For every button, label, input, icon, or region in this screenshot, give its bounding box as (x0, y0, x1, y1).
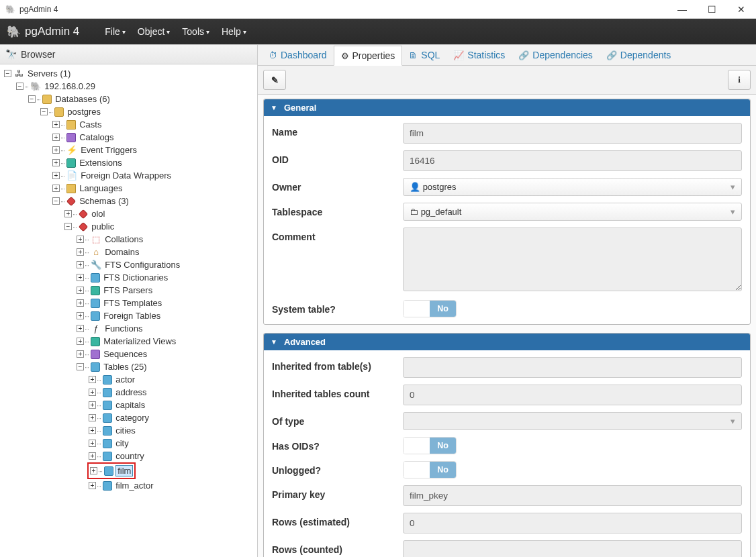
toggle-system-table[interactable]: No (403, 300, 457, 317)
expand-icon[interactable]: + (77, 338, 84, 345)
tab-sql[interactable]: 🗎SQL (402, 46, 446, 64)
tree-sequences[interactable]: +···Sequences (75, 348, 257, 360)
toggle-unlogged[interactable]: No (403, 461, 457, 478)
tree-fts-config[interactable]: +···🔧FTS Configurations (75, 258, 257, 271)
tree-table-city[interactable]: +···city (87, 437, 257, 450)
tree-fts-parsers[interactable]: +···FTS Parsers (75, 284, 257, 297)
field-of-type[interactable]: ▾ (403, 412, 742, 430)
window-maximize-button[interactable]: ☐ (702, 4, 721, 15)
expand-icon[interactable]: + (77, 350, 84, 358)
properties-icon: ⚙ (341, 51, 349, 61)
expand-icon[interactable]: + (89, 482, 96, 489)
expand-icon[interactable]: + (77, 274, 84, 281)
expand-icon[interactable]: + (52, 134, 60, 141)
collapse-icon[interactable]: − (4, 70, 11, 77)
expand-icon[interactable]: + (89, 427, 96, 434)
tree-languages[interactable]: +···Languages (51, 182, 257, 195)
collapse-icon[interactable]: − (16, 83, 23, 90)
field-tablespace[interactable]: 🗀 pg_default▾ (403, 203, 742, 221)
tree-databases[interactable]: −···Databases (6) (27, 93, 257, 105)
tree-table-category[interactable]: +···category (87, 411, 257, 424)
tree-table-film[interactable]: +···film (89, 464, 134, 478)
menu-object[interactable]: Object▾ (138, 26, 170, 37)
tree-event-triggers[interactable]: +···⚡Event Triggers (51, 144, 257, 156)
collapse-icon[interactable]: − (40, 108, 48, 115)
tree-fdw[interactable]: +···📄Foreign Data Wrappers (51, 169, 257, 182)
tree-schemas[interactable]: −···Schemas (3) (51, 195, 257, 207)
expand-icon[interactable]: + (52, 185, 60, 192)
expand-icon[interactable]: + (77, 261, 84, 268)
expand-icon[interactable]: + (52, 159, 60, 166)
expand-icon[interactable]: + (77, 248, 84, 256)
expand-icon[interactable]: + (52, 121, 60, 128)
tree-schema-public[interactable]: −···public (63, 220, 257, 233)
tree-casts[interactable]: +···Casts (51, 118, 257, 131)
tree-collations[interactable]: +···⬚Collations (75, 233, 257, 246)
tree-domains[interactable]: +···⌂Domains (75, 246, 257, 258)
panel-advanced-header[interactable]: Advanced (264, 334, 750, 350)
domains-icon: ⌂ (91, 247, 101, 257)
brand-icon: 🐘 (7, 25, 21, 39)
tree-schema-olol[interactable]: +···olol (63, 207, 257, 220)
collapse-icon[interactable]: − (64, 223, 72, 230)
tree-server[interactable]: −···🐘192.168.0.29 (15, 80, 257, 93)
expand-icon[interactable]: + (77, 236, 84, 243)
tree-table-country[interactable]: +···country (87, 450, 257, 462)
tree-table-address[interactable]: +···address (87, 386, 257, 399)
tree-table-actor[interactable]: +···actor (87, 373, 257, 386)
tree-fts-templates[interactable]: +···FTS Templates (75, 297, 257, 309)
tree-functions[interactable]: +···ƒFunctions (75, 322, 257, 335)
expand-icon[interactable]: + (89, 401, 96, 409)
brand: 🐘 pgAdmin 4 (7, 25, 79, 39)
expand-icon[interactable]: + (89, 452, 96, 460)
toggle-has-oids[interactable]: No (403, 437, 457, 454)
tree-extensions[interactable]: +···Extensions (51, 156, 257, 169)
info-icon: i (738, 74, 741, 85)
expand-icon[interactable]: + (89, 414, 96, 421)
tree-catalogs[interactable]: +···Catalogs (51, 131, 257, 144)
expand-icon[interactable]: + (64, 210, 72, 217)
tab-dependents[interactable]: 🔗Dependents (600, 46, 678, 64)
expand-icon[interactable]: + (52, 172, 60, 179)
expand-icon[interactable]: + (89, 389, 96, 396)
tab-properties[interactable]: ⚙Properties (334, 46, 403, 66)
expand-icon[interactable]: + (77, 325, 84, 332)
expand-icon[interactable]: + (77, 312, 84, 319)
binoculars-icon: 🔭 (5, 49, 17, 60)
expand-icon[interactable]: + (90, 467, 97, 474)
collapse-icon[interactable]: − (52, 197, 60, 205)
window-minimize-button[interactable]: — (673, 4, 692, 15)
panel-general-header[interactable]: General (264, 99, 750, 116)
menu-file[interactable]: File▾ (105, 26, 126, 37)
tab-statistics[interactable]: 📈Statistics (446, 46, 512, 64)
tree-mviews[interactable]: +···Materialized Views (75, 335, 257, 348)
field-comment[interactable] (403, 227, 742, 291)
tree-foreign-tables[interactable]: +···Foreign Tables (75, 309, 257, 322)
tab-dependencies[interactable]: 🔗Dependencies (512, 46, 600, 64)
label-of-type: Of type (272, 412, 403, 427)
field-name: film (403, 123, 742, 144)
tree-servers[interactable]: −🖧Servers (1) (3, 67, 257, 80)
tree-table-capitals[interactable]: +···capitals (87, 399, 257, 411)
menu-help[interactable]: Help▾ (222, 26, 246, 37)
fts-templates-icon (91, 299, 100, 308)
tree-tables[interactable]: −···Tables (25) (75, 360, 257, 373)
tab-dashboard[interactable]: ⏱Dashboard (262, 46, 334, 64)
info-button[interactable]: i (728, 70, 751, 90)
edit-button[interactable]: ✎ (263, 70, 286, 90)
field-pkey: film_pkey (403, 485, 742, 506)
field-owner[interactable]: 👤 postgres▾ (403, 178, 742, 196)
expand-icon[interactable]: + (89, 440, 96, 447)
expand-icon[interactable]: + (77, 299, 84, 307)
expand-icon[interactable]: + (89, 376, 96, 383)
window-close-button[interactable]: ✕ (732, 4, 751, 15)
tree-database-postgres[interactable]: −···postgres (39, 105, 257, 118)
tree-table-cities[interactable]: +···cities (87, 424, 257, 437)
expand-icon[interactable]: + (77, 287, 84, 294)
menu-tools[interactable]: Tools▾ (182, 26, 209, 37)
tree-table-film-actor[interactable]: +···film_actor (87, 479, 257, 492)
collapse-icon[interactable]: − (77, 363, 84, 370)
collapse-icon[interactable]: − (28, 95, 36, 103)
tree-fts-dict[interactable]: +···FTS Dictionaries (75, 271, 257, 284)
expand-icon[interactable]: + (52, 146, 60, 154)
